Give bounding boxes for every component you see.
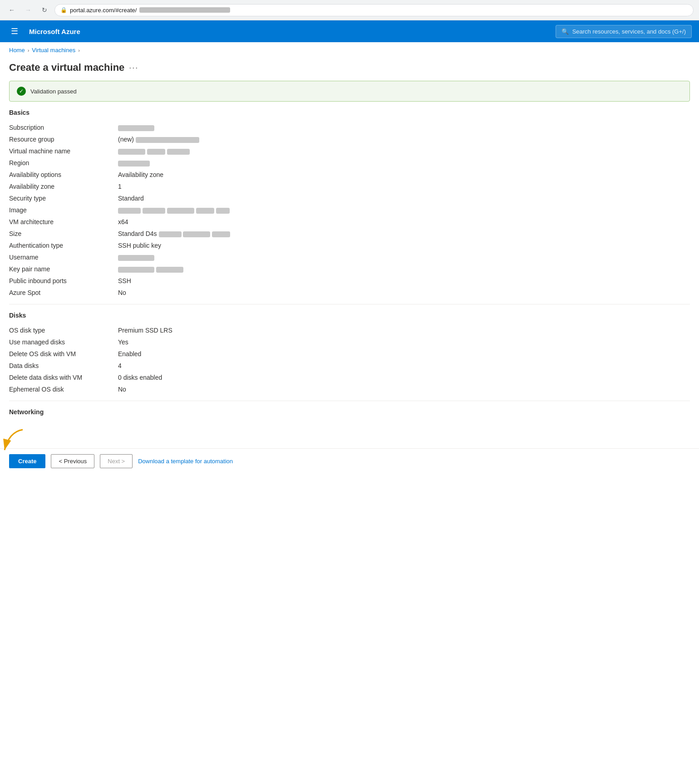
row-value: [118, 157, 690, 169]
table-row: OS disk type Premium SSD LRS: [9, 324, 690, 336]
table-row: Delete data disks with VM 0 disks enable…: [9, 372, 690, 383]
browser-chrome: ← → ↻ 🔒 portal.azure.com/#create/: [0, 0, 699, 20]
row-label: Use managed disks: [9, 336, 118, 348]
table-row: Authentication type SSH public key: [9, 240, 690, 251]
breadcrumb-sep-2: ›: [78, 48, 80, 53]
row-label: Username: [9, 251, 118, 263]
back-button[interactable]: ←: [5, 4, 18, 16]
row-label: OS disk type: [9, 324, 118, 336]
row-label: Azure Spot: [9, 287, 118, 299]
row-value: 0 disks enabled: [118, 372, 690, 383]
lock-icon: 🔒: [60, 7, 67, 13]
content-area: Basics Subscription Resource group (new)…: [0, 109, 699, 448]
address-bar[interactable]: 🔒 portal.azure.com/#create/: [54, 4, 694, 16]
row-label: Security type: [9, 192, 118, 204]
basics-section-title: Basics: [9, 109, 690, 116]
table-row: Key pair name: [9, 263, 690, 275]
azure-nav: ☰ Microsoft Azure 🔍 Search resources, se…: [0, 20, 699, 42]
breadcrumb-virtual-machines[interactable]: Virtual machines: [32, 47, 75, 54]
row-value: Standard D4s: [118, 228, 690, 240]
table-row: Data disks 4: [9, 360, 690, 372]
row-label: Availability options: [9, 169, 118, 181]
row-value: [118, 122, 690, 133]
row-label: Ephemeral OS disk: [9, 383, 118, 395]
search-icon: 🔍: [561, 28, 569, 35]
table-row: Virtual machine name: [9, 145, 690, 157]
table-row: Resource group (new): [9, 133, 690, 145]
address-text: portal.azure.com/#create/: [70, 7, 137, 14]
row-label: Region: [9, 157, 118, 169]
breadcrumb-sep-1: ›: [28, 48, 30, 53]
row-label: Resource group: [9, 133, 118, 145]
row-label: Delete data disks with VM: [9, 372, 118, 383]
row-value: Availability zone: [118, 169, 690, 181]
row-value: [118, 263, 690, 275]
table-row: Security type Standard: [9, 192, 690, 204]
row-value: No: [118, 383, 690, 395]
section-divider-networking: [9, 401, 690, 401]
row-value: [118, 251, 690, 263]
row-value: [118, 145, 690, 157]
table-row: Public inbound ports SSH: [9, 275, 690, 287]
section-divider: [9, 304, 690, 304]
row-value: x64: [118, 216, 690, 228]
global-search[interactable]: 🔍 Search resources, services, and docs (…: [556, 25, 692, 38]
table-row: Size Standard D4s: [9, 228, 690, 240]
table-row: Username: [9, 251, 690, 263]
table-row: Ephemeral OS disk No: [9, 383, 690, 395]
row-value: Premium SSD LRS: [118, 324, 690, 336]
create-button[interactable]: Create: [9, 454, 45, 468]
row-label: Virtual machine name: [9, 145, 118, 157]
row-value: Yes: [118, 336, 690, 348]
row-value: Standard: [118, 192, 690, 204]
row-value: [118, 204, 690, 216]
basics-table: Subscription Resource group (new) Virtua…: [9, 122, 690, 299]
previous-button[interactable]: < Previous: [51, 454, 94, 468]
nav-menu-icon[interactable]: ☰: [7, 23, 22, 40]
search-placeholder: Search resources, services, and docs (G+…: [572, 28, 686, 35]
table-row: Availability options Availability zone: [9, 169, 690, 181]
azure-logo: Microsoft Azure: [29, 28, 80, 35]
disks-section-title: Disks: [9, 312, 690, 319]
validation-text: Validation passed: [30, 88, 77, 95]
networking-section-title: Networking: [9, 408, 690, 416]
table-row: Use managed disks Yes: [9, 336, 690, 348]
row-value: 4: [118, 360, 690, 372]
row-label: Image: [9, 204, 118, 216]
page-header: Create a virtual machine ···: [0, 58, 699, 81]
row-label: Public inbound ports: [9, 275, 118, 287]
disks-table: OS disk type Premium SSD LRS Use managed…: [9, 324, 690, 395]
table-row: Azure Spot No: [9, 287, 690, 299]
validation-banner: ✓ Validation passed: [9, 81, 690, 102]
table-row: Subscription: [9, 122, 690, 133]
page-title: Create a virtual machine: [9, 62, 124, 74]
breadcrumb: Home › Virtual machines ›: [0, 42, 699, 58]
row-label: VM architecture: [9, 216, 118, 228]
page-more-button[interactable]: ···: [129, 63, 138, 73]
row-label: Delete OS disk with VM: [9, 348, 118, 360]
validation-icon: ✓: [17, 87, 26, 96]
table-row: Region: [9, 157, 690, 169]
table-row: VM architecture x64: [9, 216, 690, 228]
forward-button[interactable]: →: [22, 4, 34, 16]
address-blurred: [139, 7, 230, 13]
row-label: Size: [9, 228, 118, 240]
table-row: Availability zone 1: [9, 181, 690, 192]
row-value: No: [118, 287, 690, 299]
row-value: Enabled: [118, 348, 690, 360]
row-value: SSH: [118, 275, 690, 287]
next-button[interactable]: Next >: [100, 454, 133, 468]
row-value: 1: [118, 181, 690, 192]
bottom-bar: Create < Previous Next > Download a temp…: [0, 448, 699, 474]
row-label: Availability zone: [9, 181, 118, 192]
reload-button[interactable]: ↻: [38, 4, 51, 16]
row-value: (new): [118, 133, 690, 145]
automation-link[interactable]: Download a template for automation: [138, 458, 233, 465]
breadcrumb-home[interactable]: Home: [9, 47, 25, 54]
row-label: Authentication type: [9, 240, 118, 251]
table-row: Delete OS disk with VM Enabled: [9, 348, 690, 360]
row-label: Data disks: [9, 360, 118, 372]
row-label: Subscription: [9, 122, 118, 133]
row-label: Key pair name: [9, 263, 118, 275]
row-value: SSH public key: [118, 240, 690, 251]
